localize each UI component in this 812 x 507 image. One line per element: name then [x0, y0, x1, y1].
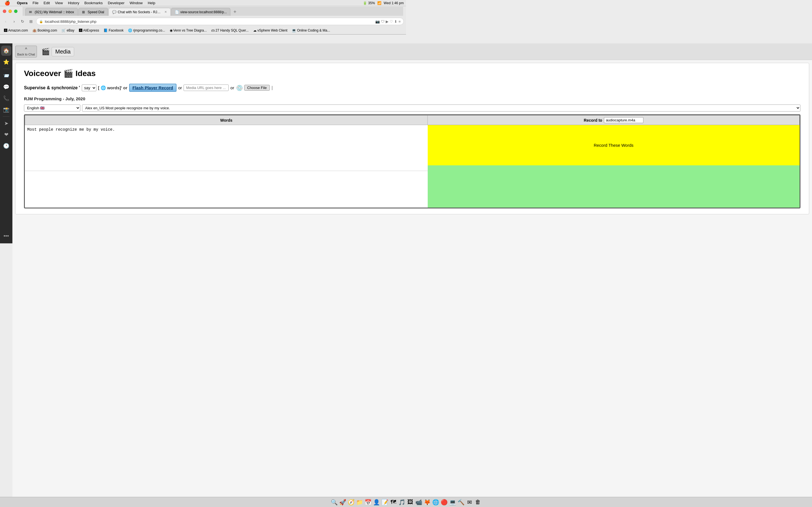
bookmarks-menu[interactable]: Bookmarks — [82, 0, 105, 6]
new-tab-button[interactable]: + — [231, 8, 239, 16]
bookmark-rjm[interactable]: 🌐 rjmprogramming.co... — [126, 28, 167, 33]
bookmark-vsphere[interactable]: ☁ vSphere Web Client — [252, 28, 289, 33]
bookmark-amazon[interactable]: 🅰 Amazon.com — [2, 28, 30, 33]
tab-viewsource[interactable]: 📄 view-source:localhost:8888/p... — [171, 8, 231, 16]
sidebar-bookmarks[interactable]: ⭐ — [1, 57, 11, 67]
time-display: Wed 1:46 pm — [384, 1, 404, 5]
page-title: Voiceover 🎬 Ideas — [24, 69, 406, 78]
words-table-container: Words Record to Most people recognize me… — [24, 114, 406, 209]
or-text-2: or — [231, 86, 234, 90]
bookmark-favicon-ebay: 🛒 — [61, 29, 66, 33]
tab-close-chat[interactable]: ✕ — [164, 10, 167, 14]
sidebar-history[interactable]: 🕐 — [1, 141, 11, 151]
words-textarea[interactable]: Most people recognize me by my voice. — [25, 125, 406, 165]
bookmarks-bar: 🅰 Amazon.com 🏨 Booking.com 🛒 eBay 🅰 AliE… — [0, 26, 406, 34]
bookmark-label-aliexpress: AliExpress — [83, 29, 99, 33]
developer-menu[interactable]: Developer — [105, 0, 126, 6]
reload-button[interactable]: ↻ — [19, 18, 26, 25]
bookmark-favicon-venn: ◉ — [170, 29, 172, 33]
close-window-button[interactable] — [3, 10, 6, 13]
bookmark-label-rjm: rjmprogramming.co... — [133, 29, 165, 33]
tab-label-webmail: (921) My Webmail :: Inbox — [35, 10, 74, 14]
language-select[interactable]: English 🇬🇧 — [24, 105, 80, 112]
apple-menu[interactable]: 🍎 — [2, 0, 12, 6]
minimize-window-button[interactable] — [8, 10, 12, 13]
opera-menu[interactable]: Opera — [15, 0, 30, 6]
media-title: Media — [52, 47, 74, 56]
download-icon[interactable]: ⬇ — [394, 19, 397, 24]
tab-speeddial[interactable]: ⊞ Speed Dial — [79, 8, 108, 16]
maximize-window-button[interactable] — [14, 10, 17, 13]
history-menu[interactable]: History — [66, 0, 82, 6]
bookmark-label-ebay: eBay — [66, 29, 74, 33]
wifi-indicator: 📶 — [377, 1, 382, 5]
bookmark-booking[interactable]: 🏨 Booking.com — [31, 28, 59, 33]
bookmark-facebook[interactable]: 📘 Facebook — [102, 28, 125, 33]
tab-chat[interactable]: 💬 Chat with No Sockets - RJM Pr ✕ — [109, 8, 170, 16]
say-select[interactable]: say — [82, 84, 96, 91]
words-textarea-cell: Most people recognize me by my voice. — [25, 125, 406, 166]
bookmark-label-vsphere: vSphere Web Client — [257, 29, 288, 33]
bookmark-aliexpress[interactable]: 🅰 AliExpress — [77, 28, 101, 33]
bookmark-label-sql: 27 Handy SQL Quer... — [215, 29, 249, 33]
menu-icon[interactable]: ≡ — [398, 19, 401, 24]
battery-indicator: 🔋 35% — [363, 1, 375, 5]
tab-grid-button[interactable]: ⊞ — [28, 18, 35, 25]
choose-file-button[interactable]: Choose File — [244, 85, 270, 91]
address-bar-actions: 📷 🛡 ▶ ♡ ⬇ ≡ — [375, 19, 401, 24]
bookmark-coding[interactable]: 💻 Online Coding & Ma... — [290, 28, 332, 33]
forward-nav-button[interactable]: › — [11, 18, 17, 25]
supervise-label: Supervise & synchronize ' — [24, 86, 80, 91]
words-table: Words Record to Most people recognize me… — [25, 115, 406, 208]
bookmark-sql[interactable]: 🗃 27 Handy SQL Quer... — [209, 28, 250, 33]
address-bar[interactable]: 🔒 localhost:8888/php_listener.php 📷 🛡 ▶ … — [36, 18, 404, 25]
sidebar-whatsapp[interactable]: 📞 — [1, 93, 11, 103]
words-bracket: [ 🌐 words]' or — [98, 86, 128, 91]
bookmark-favicon-booking: 🏨 — [33, 29, 37, 33]
play-icon[interactable]: ▶ — [386, 19, 389, 24]
bookmark-heart-icon[interactable]: ♡ — [390, 19, 393, 24]
sidebar-mail[interactable]: 📨 — [1, 71, 11, 81]
media-label-area: 🎬 Media — [42, 47, 74, 56]
pipe-separator: | — [271, 86, 273, 91]
browser-chrome: ✉ (921) My Webmail :: Inbox ⊞ Speed Dial… — [0, 6, 406, 35]
camera-icon[interactable]: 📷 — [375, 19, 380, 24]
help-menu[interactable]: Help — [146, 0, 158, 6]
shield-icon[interactable]: 🛡 — [381, 19, 385, 24]
url-text: localhost:8888/php_listener.php — [45, 19, 373, 24]
voice-select[interactable]: Alex en_US Most people recognize me by m… — [82, 105, 406, 112]
sidebar-messenger[interactable]: 💬 — [1, 82, 11, 92]
sidebar-home[interactable]: 🏠 — [1, 46, 11, 56]
sidebar-speed-dial[interactable]: ➤ — [1, 118, 11, 128]
media-icon: 🎬 — [42, 48, 50, 55]
bookmark-venn[interactable]: ◉ Venn vs Tree Diagra... — [168, 28, 209, 33]
sidebar-more[interactable]: ••• — [1, 231, 11, 241]
tab-bar: ✉ (921) My Webmail :: Inbox ⊞ Speed Dial… — [22, 7, 403, 16]
bookmark-ebay[interactable]: 🛒 eBay — [60, 28, 76, 33]
sidebar-favorites[interactable]: ❤ — [1, 129, 11, 140]
tab-label-chat: Chat with No Sockets - RJM Pr — [118, 10, 161, 14]
file-menu[interactable]: File — [31, 0, 41, 6]
page-content: Voiceover 🎬 Ideas Supervise & synchroniz… — [15, 63, 406, 214]
menubar-right: 🔋 35% 📶 Wed 1:46 pm — [363, 1, 404, 5]
opera-sidebar: 🏠 ⭐ 📨 💬 📞 📸 ➤ ❤ 🕐 ••• — [0, 43, 12, 243]
bookmark-favicon-vsphere: ☁ — [253, 29, 257, 33]
words-textarea-bottom[interactable] — [25, 171, 406, 202]
window-menu[interactable]: Window — [128, 0, 145, 6]
bookmark-label-coding: Online Coding & Ma... — [297, 29, 330, 33]
back-nav-button[interactable]: ‹ — [2, 18, 9, 25]
bookmark-label-booking: Booking.com — [38, 29, 57, 33]
media-url-input[interactable] — [184, 84, 229, 91]
view-menu[interactable]: View — [53, 0, 65, 6]
words-column-header: Words — [25, 115, 406, 125]
edit-menu[interactable]: Edit — [42, 0, 52, 6]
or-text-1: or — [178, 86, 182, 90]
bookmark-label-facebook: Facebook — [109, 29, 123, 33]
sidebar-instagram[interactable]: 📸 — [1, 105, 11, 115]
flash-record-button[interactable]: Flash Player Record — [129, 83, 176, 92]
tab-webmail[interactable]: ✉ (921) My Webmail :: Inbox — [26, 8, 78, 16]
tab-label-viewsource: view-source:localhost:8888/p... — [181, 10, 227, 14]
main-content: ^ Back to Chat 🎬 Media Voiceover 🎬 Ideas… — [12, 43, 406, 253]
bookmark-favicon-amazon: 🅰 — [4, 29, 7, 33]
back-to-chat-button[interactable]: ^ Back to Chat — [15, 46, 37, 57]
